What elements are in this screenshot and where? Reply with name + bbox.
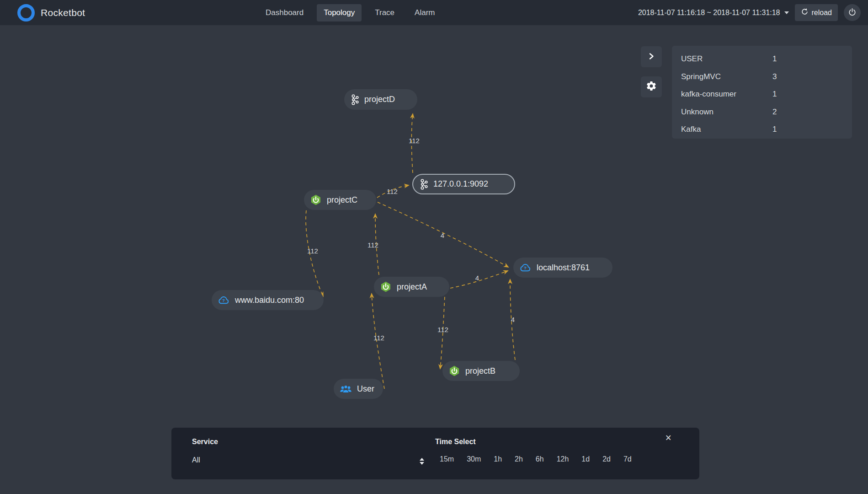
service-select[interactable]: All (192, 456, 411, 464)
legend-row: USER1 (681, 50, 843, 68)
legend-type-count: 1 (772, 125, 777, 134)
edge-label: 112 (367, 241, 378, 249)
legend-row: Unknown2 (681, 103, 843, 121)
time-option-2h[interactable]: 2h (515, 455, 523, 463)
legend-row: Kafka1 (681, 121, 843, 139)
sort-arrows-icon (420, 458, 424, 465)
node-projectB[interactable]: projectB (442, 361, 520, 381)
legend-type-label: SpringMVC (681, 72, 721, 81)
cloud-icon: ? (218, 295, 230, 305)
edge-label: 4 (441, 231, 444, 239)
time-select-label: Time Select (435, 438, 476, 446)
gear-icon (646, 81, 657, 93)
node-label: www.baidu.com:80 (235, 295, 304, 305)
legend-type-label: Kafka (681, 125, 701, 134)
filter-panel: Service All Time Select 15m30m1h2h6h12h1… (171, 428, 699, 479)
service-type-legend: USER1SpringMVC3kafka-consumer1Unknown2Ka… (672, 46, 852, 139)
edge-label: 4 (475, 274, 479, 282)
svg-text:?: ? (524, 265, 527, 270)
edge-label: 112 (373, 334, 384, 342)
time-option-2d[interactable]: 2d (602, 455, 611, 463)
edge-label: 4 (511, 316, 515, 323)
legend-type-label: USER (681, 54, 703, 64)
node-label: projectA (397, 282, 427, 292)
users-icon (340, 384, 352, 394)
edge-label: 112 (437, 326, 448, 333)
time-option-1h[interactable]: 1h (494, 455, 502, 463)
legend-type-count: 3 (772, 72, 777, 81)
node-user[interactable]: User (334, 379, 383, 399)
legend-type-label: Unknown (681, 107, 714, 117)
topology-app: Rocketbot DashboardTopologyTraceAlarm 20… (0, 0, 868, 494)
legend-type-count: 2 (772, 107, 777, 117)
edge-label: 112 (387, 188, 398, 195)
time-option-1d[interactable]: 1d (581, 455, 590, 463)
node-localhost-8761[interactable]: ?localhost:8761 (513, 258, 612, 278)
time-option-15m[interactable]: 15m (440, 455, 454, 463)
node-label: projectB (465, 366, 495, 376)
node-label: projectC (327, 195, 357, 205)
legend-row: SpringMVC3 (681, 68, 843, 86)
legend-row: kafka-consumer1 (681, 86, 843, 103)
node-projectD[interactable]: projectD (344, 89, 417, 110)
legend-type-count: 1 (772, 90, 777, 99)
service-label: Service (192, 438, 218, 446)
time-option-6h[interactable]: 6h (536, 455, 544, 463)
node-kafka-broker[interactable]: 127.0.0.1:9092 (412, 174, 515, 194)
node-projectC[interactable]: projectC (304, 190, 376, 210)
time-option-30m[interactable]: 30m (467, 455, 481, 463)
time-options: 15m30m1h2h6h12h1d2d7d (440, 455, 632, 463)
svg-text:?: ? (222, 298, 225, 303)
kafka-icon (350, 94, 359, 105)
cloud-icon: ? (519, 263, 532, 273)
node-label: User (357, 384, 374, 394)
edge-label: 112 (409, 137, 420, 145)
node-projectA[interactable]: projectA (374, 277, 449, 297)
time-option-7d[interactable]: 7d (623, 455, 632, 463)
legend-type-label: kafka-consumer (681, 90, 736, 99)
settings-button[interactable] (641, 76, 662, 97)
service-select-value: All (192, 456, 200, 464)
time-option-12h[interactable]: 12h (557, 455, 569, 463)
node-label: 127.0.0.1:9092 (433, 179, 488, 189)
kafka-icon (419, 179, 428, 190)
spring-icon (310, 194, 322, 206)
close-panel-button[interactable]: × (663, 431, 674, 445)
edge-label: 112 (307, 247, 318, 255)
node-baidu[interactable]: ?www.baidu.com:80 (212, 290, 324, 310)
node-label: projectD (364, 95, 395, 104)
expand-panel-button[interactable] (641, 46, 662, 67)
spring-icon (448, 365, 460, 377)
spring-icon (380, 281, 392, 293)
node-label: localhost:8761 (537, 263, 590, 273)
chevron-right-icon (647, 52, 655, 62)
legend-type-count: 1 (772, 54, 777, 64)
